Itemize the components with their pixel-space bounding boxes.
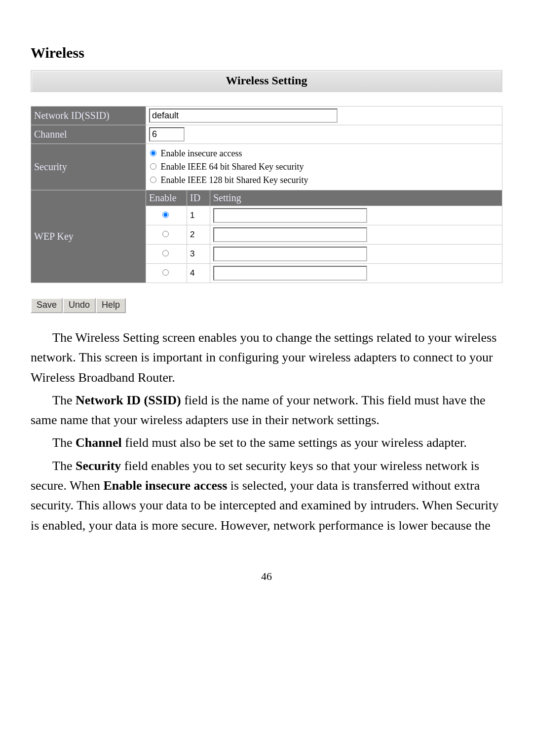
wep-enable-radio-4[interactable] — [162, 269, 169, 276]
section-title: Wireless — [31, 44, 502, 61]
help-button[interactable]: Help — [96, 298, 126, 313]
security-option-2: Enable IEEE 64 bit Shared Key security — [161, 162, 304, 172]
security-option-3: Enable IEEE 128 bit Shared Key security — [161, 175, 308, 185]
security-radio-insecure[interactable] — [150, 150, 156, 156]
wep-key-input-1[interactable] — [213, 208, 367, 223]
paragraph-4: The Security field enables you to set se… — [31, 456, 502, 536]
wep-header-setting: Setting — [210, 190, 502, 206]
paragraph-1: The Wireless Setting screen enables you … — [31, 328, 502, 388]
wep-enable-radio-3[interactable] — [162, 250, 169, 256]
wep-key-input-4[interactable] — [213, 266, 367, 281]
p2-bold: Network ID (SSID) — [76, 393, 181, 407]
p4-bold1: Security — [76, 459, 121, 473]
label-wep: WEP Key — [31, 190, 146, 283]
ssid-cell — [146, 107, 502, 125]
p4-pre: The — [52, 459, 76, 473]
wep-enable-radio-2[interactable] — [162, 231, 169, 237]
p4-bold2: Enable insecure access — [104, 478, 228, 493]
settings-table: Network ID(SSID) Channel Security Enable… — [31, 106, 502, 283]
wep-header-id: ID — [187, 190, 210, 206]
security-radio-64bit[interactable] — [150, 163, 156, 170]
p3-pre: The — [52, 435, 76, 450]
panel-title: Wireless Setting — [31, 70, 502, 92]
ssid-input[interactable] — [149, 108, 338, 123]
security-cell: Enable insecure access Enable IEEE 64 bi… — [146, 144, 502, 190]
channel-cell — [146, 125, 502, 144]
page-number: 46 — [31, 570, 502, 583]
wep-id-1: 1 — [187, 206, 210, 225]
wep-key-input-2[interactable] — [213, 227, 367, 242]
label-security: Security — [31, 144, 146, 190]
p3-post: field must also be set to the same setti… — [122, 435, 467, 450]
wep-enable-radio-1[interactable] — [162, 212, 169, 218]
wep-id-2: 2 — [187, 225, 210, 245]
label-ssid: Network ID(SSID) — [31, 107, 146, 125]
security-radio-128bit[interactable] — [150, 177, 156, 183]
undo-button[interactable]: Undo — [63, 298, 96, 313]
save-button[interactable]: Save — [31, 298, 63, 313]
wep-header-enable: Enable — [146, 190, 187, 206]
paragraph-2: The Network ID (SSID) field is the name … — [31, 391, 502, 431]
body-text: The Wireless Setting screen enables you … — [31, 328, 502, 536]
p2-pre: The — [52, 393, 76, 407]
wep-key-input-3[interactable] — [213, 247, 367, 261]
wep-id-4: 4 — [187, 264, 210, 283]
p3-bold: Channel — [76, 435, 122, 450]
channel-input[interactable] — [149, 127, 185, 142]
wep-id-3: 3 — [187, 245, 210, 264]
security-option-1: Enable insecure access — [161, 148, 242, 158]
paragraph-3: The Channel field must also be set to th… — [31, 433, 502, 453]
label-channel: Channel — [31, 125, 146, 144]
button-bar: Save Undo Help — [31, 298, 502, 313]
